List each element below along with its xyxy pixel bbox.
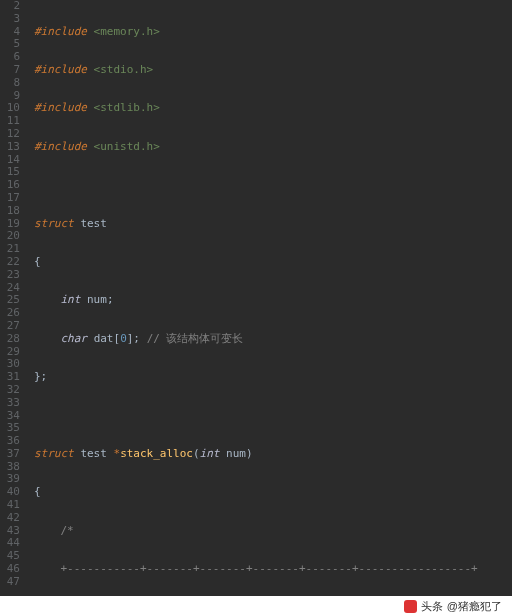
- line-number: 28: [0, 333, 20, 346]
- line-number: 8: [0, 77, 20, 90]
- footer-prefix: 头条: [421, 600, 443, 613]
- code-line: [34, 410, 512, 423]
- code-line: int num;: [34, 294, 512, 307]
- line-number: 32: [0, 384, 20, 397]
- line-number: 42: [0, 512, 20, 525]
- line-number: 22: [0, 256, 20, 269]
- line-number: 2: [0, 0, 20, 13]
- line-number: 41: [0, 499, 20, 512]
- code-line: #include <unistd.h>: [34, 141, 512, 154]
- code-line: {: [34, 256, 512, 269]
- line-gutter: 2345678910111213141516171819202122232425…: [0, 0, 28, 596]
- code-line: struct test: [34, 218, 512, 231]
- code-line: [34, 179, 512, 192]
- watermark-footer: 头条 @猪瘾犯了: [0, 596, 512, 616]
- line-number: 31: [0, 371, 20, 384]
- code-line: {: [34, 486, 512, 499]
- toutiao-icon: [404, 600, 417, 613]
- line-number: 36: [0, 435, 20, 448]
- line-number: 18: [0, 205, 20, 218]
- code-line: +-----------+-------+-------+-------+---…: [34, 563, 512, 576]
- code-line: #include <stdlib.h>: [34, 102, 512, 115]
- line-number: 3: [0, 13, 20, 26]
- line-number: 23: [0, 269, 20, 282]
- line-number: 17: [0, 192, 20, 205]
- code-line: #include <stdio.h>: [34, 64, 512, 77]
- line-number: 27: [0, 320, 20, 333]
- line-number: 47: [0, 576, 20, 589]
- code-area[interactable]: #include <memory.h> #include <stdio.h> #…: [28, 0, 512, 596]
- footer-handle: @猪瘾犯了: [447, 600, 502, 613]
- line-number: 12: [0, 128, 20, 141]
- code-line: char dat[0]; // 该结构体可变长: [34, 333, 512, 346]
- line-number: 13: [0, 141, 20, 154]
- line-number: 26: [0, 307, 20, 320]
- code-line: struct test *stack_alloc(int num): [34, 448, 512, 461]
- line-number: 46: [0, 563, 20, 576]
- line-number: 37: [0, 448, 20, 461]
- code-line: };: [34, 371, 512, 384]
- code-line: #include <memory.h>: [34, 26, 512, 39]
- line-number: 33: [0, 397, 20, 410]
- line-number: 7: [0, 64, 20, 77]
- code-editor[interactable]: 2345678910111213141516171819202122232425…: [0, 0, 512, 596]
- code-line: /*: [34, 525, 512, 538]
